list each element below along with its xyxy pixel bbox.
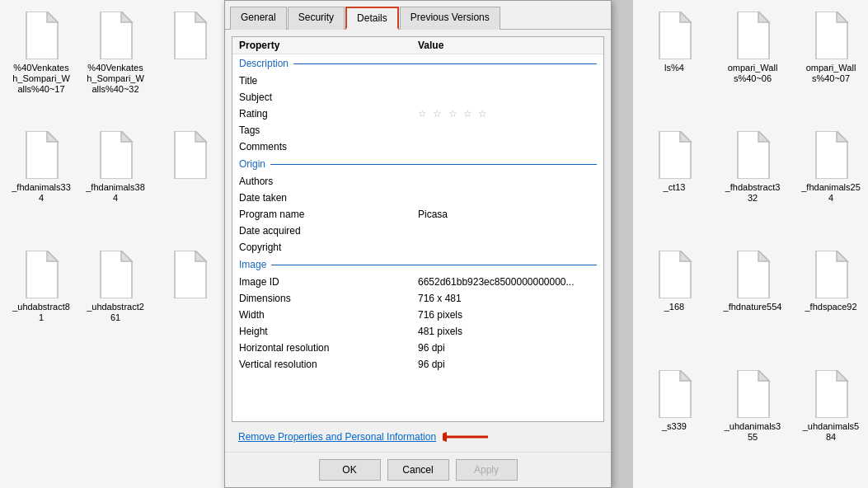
dialog-content: Property Value Description Title Subject… [225, 30, 611, 452]
list-item[interactable]: _fhdspace92 [798, 247, 864, 363]
apply-button[interactable]: Apply [456, 459, 518, 481]
list-item[interactable]: ompari_Walls%40~07 [798, 8, 864, 124]
file-icon [655, 251, 694, 298]
list-item[interactable]: _fhdanimals334 [8, 128, 74, 243]
file-label: _168 [664, 302, 684, 312]
section-description: Description [232, 54, 603, 73]
prop-name: Comments [239, 141, 418, 152]
file-label: _s339 [662, 421, 687, 432]
prop-row-image-id: Image ID 6652d61bb923ec8500000000000... [232, 274, 603, 290]
file-icon [21, 251, 61, 298]
file-label: _fhdanimals254 [801, 182, 861, 204]
list-item[interactable]: _ct13 [641, 128, 707, 243]
file-label: _uhdabstract81 [12, 302, 71, 323]
prop-value-dimensions: 716 x 481 [418, 293, 597, 304]
prop-row-v-resolution: Vertical resolution 96 dpi [232, 356, 603, 373]
list-item[interactable]: _s339 [641, 367, 707, 482]
file-label: _fhdspace92 [805, 302, 857, 312]
prop-value-program: Picasa [418, 209, 597, 220]
prop-name: Tags [239, 124, 418, 136]
prop-name: Date acquired [239, 225, 418, 237]
list-item[interactable] [157, 247, 223, 363]
file-icon [811, 131, 851, 179]
prop-row-copyright: Copyright [232, 239, 603, 256]
prop-name: Program name [239, 209, 418, 220]
file-icon [170, 131, 209, 179]
file-label: %40Venkatesh_Sompari_Walls%40~17 [12, 63, 71, 96]
prop-value-h-res: 96 dpi [418, 342, 597, 354]
list-item[interactable]: _fhdanimals254 [798, 128, 864, 243]
file-label: ompari_Walls%40~06 [723, 63, 782, 84]
prop-row-h-resolution: Horizontal resolution 96 dpi [232, 340, 603, 356]
file-label: %40Venkatesh_Sompari_Walls%40~32 [86, 63, 145, 96]
prop-value-width: 716 pixels [418, 309, 597, 321]
list-item[interactable]: ls%4 [641, 8, 707, 124]
tab-general[interactable]: General [230, 7, 287, 30]
list-item[interactable]: ompari_Walls%40~06 [720, 8, 786, 124]
list-item[interactable]: _uhdanimals584 [798, 367, 864, 482]
prop-value-image-id: 6652d61bb923ec8500000000000... [418, 276, 597, 288]
prop-row-date-acquired: Date acquired [232, 223, 603, 239]
properties-table: Property Value Description Title Subject… [232, 36, 604, 422]
file-label: _fhdanimals334 [12, 182, 71, 204]
list-item[interactable] [157, 8, 223, 124]
prop-row-program-name: Program name Picasa [232, 206, 603, 223]
properties-scroll[interactable]: Description Title Subject Rating ☆ ☆ ☆ ☆… [232, 54, 603, 421]
file-label: _uhdanimals584 [801, 421, 861, 443]
prop-name: Dimensions [239, 293, 418, 304]
file-icon [170, 251, 209, 298]
prop-row-title: Title [232, 73, 603, 89]
prop-row-rating[interactable]: Rating ☆ ☆ ☆ ☆ ☆ [232, 106, 603, 122]
file-icon [733, 12, 772, 59]
arrow-icon [443, 429, 492, 445]
list-item[interactable]: _fhdabstract332 [720, 128, 786, 243]
ok-button[interactable]: OK [319, 459, 381, 481]
cancel-button[interactable]: Cancel [387, 459, 449, 481]
prop-name: Width [239, 309, 418, 321]
prop-row-date-taken: Date taken [232, 190, 603, 206]
file-icon [655, 131, 694, 179]
list-item[interactable]: _168 [641, 247, 707, 363]
list-item[interactable]: %40Venkatesh_Sompari_Walls%40~32 [82, 8, 148, 124]
prop-value-height: 481 pixels [418, 326, 597, 337]
file-icon [733, 370, 772, 418]
file-icon [811, 370, 851, 418]
prop-value-rating: ☆ ☆ ☆ ☆ ☆ [418, 108, 597, 120]
tab-details[interactable]: Details [345, 7, 399, 30]
remove-link-area: Remove Properties and Personal Informati… [232, 422, 604, 448]
prop-name: Height [239, 326, 418, 337]
list-item[interactable]: _uhdabstract81 [8, 247, 74, 363]
file-label: _fhdanimals384 [86, 182, 145, 204]
properties-dialog: General Security Details Previous Versio… [224, 0, 612, 488]
file-icon [21, 131, 61, 179]
file-label: _fhdabstract332 [723, 182, 782, 204]
list-item[interactable]: _fhdanimals384 [82, 128, 148, 243]
remove-properties-link[interactable]: Remove Properties and Personal Informati… [238, 431, 436, 443]
prop-name: Vertical resolution [239, 359, 418, 370]
tab-security[interactable]: Security [288, 7, 345, 30]
section-image: Image [232, 256, 603, 274]
prop-row-height: Height 481 pixels [232, 323, 603, 340]
property-column-header: Property [239, 40, 418, 51]
prop-name: Title [239, 75, 418, 87]
file-icon [96, 12, 135, 59]
list-item[interactable]: _fhdnature554 [720, 247, 786, 363]
list-item[interactable] [157, 128, 223, 243]
tab-previous-versions[interactable]: Previous Versions [400, 7, 500, 30]
list-item[interactable]: %40Venkatesh_Sompari_Walls%40~17 [8, 8, 74, 124]
prop-name: Authors [239, 176, 418, 187]
list-item[interactable]: _uhdanimals355 [720, 367, 786, 482]
list-item[interactable]: _uhdabstract261 [82, 247, 148, 363]
file-label: _ct13 [664, 182, 686, 193]
left-file-list: %40Venkatesh_Sompari_Walls%40~17 %40Venk… [0, 0, 227, 488]
file-label: ompari_Walls%40~07 [801, 63, 861, 84]
prop-row-comments[interactable]: Comments [232, 138, 603, 155]
file-icon [21, 12, 61, 59]
file-icon [170, 12, 209, 59]
prop-name: Horizontal resolution [239, 342, 418, 354]
prop-row-tags[interactable]: Tags [232, 122, 603, 138]
prop-name: Subject [239, 92, 418, 103]
dialog-button-bar: OK Cancel Apply [225, 452, 611, 487]
file-icon [811, 251, 851, 298]
prop-name: Image ID [239, 276, 418, 288]
